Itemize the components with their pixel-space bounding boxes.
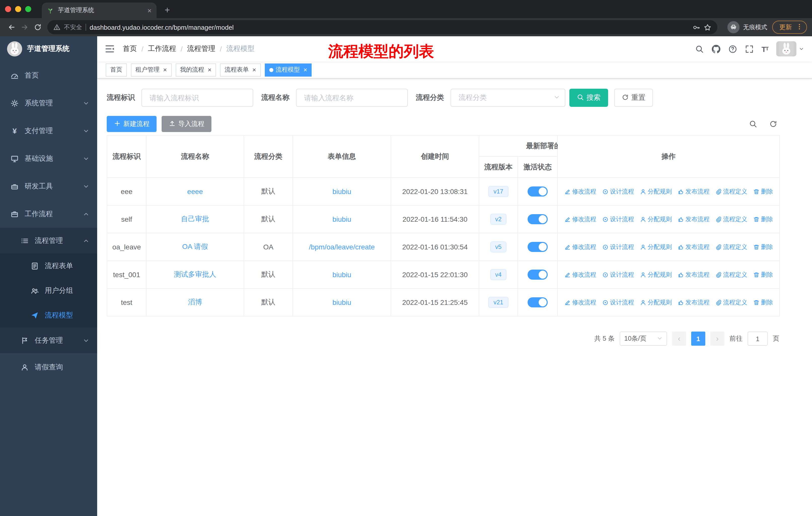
page-number-button[interactable]: 1	[691, 332, 705, 346]
action-assign-rule[interactable]: 分配规则	[640, 270, 672, 279]
bookmark-star-icon[interactable]	[704, 23, 711, 31]
action-process-definition[interactable]: 流程定义	[715, 243, 747, 251]
category-select[interactable]: 流程分类	[451, 89, 565, 107]
page-size-select[interactable]: 10条/页	[620, 332, 667, 346]
toggle-search-icon[interactable]	[749, 120, 757, 128]
form-link[interactable]: biubiu	[332, 298, 351, 306]
form-link[interactable]: biubiu	[332, 187, 351, 195]
search-icon[interactable]	[695, 45, 703, 53]
tag-close-icon[interactable]: ×	[208, 66, 211, 73]
form-link[interactable]: /bpm/oa/leave/create	[309, 243, 375, 251]
sidebar-item-payment-management[interactable]: ¥支付管理	[0, 117, 97, 145]
status-toggle[interactable]	[528, 186, 548, 196]
tag-item[interactable]: 流程模型×	[265, 63, 312, 76]
form-link[interactable]: biubiu	[332, 271, 351, 279]
process-name-link[interactable]: 滔博	[188, 298, 202, 306]
sidebar-item-system-management[interactable]: 系统管理	[0, 89, 97, 117]
sidebar-item-infrastructure[interactable]: 基础设施	[0, 145, 97, 172]
maximize-window-button[interactable]	[25, 6, 31, 12]
action-delete[interactable]: 删除	[753, 270, 773, 279]
process-name-link[interactable]: eeee	[187, 187, 203, 195]
sidebar-item-dev-tools[interactable]: 研发工具	[0, 172, 97, 200]
process-name-input[interactable]	[296, 89, 408, 107]
action-publish-process[interactable]: 发布流程	[677, 298, 709, 307]
breadcrumb-item[interactable]: 流程管理	[187, 44, 215, 53]
browser-menu-icon[interactable]	[796, 23, 803, 31]
refresh-table-icon[interactable]	[769, 120, 777, 128]
next-page-button[interactable]: ›	[710, 332, 724, 346]
action-modify-process[interactable]: 修改流程	[564, 298, 596, 307]
process-key-input[interactable]	[141, 89, 253, 107]
sidebar-item-home[interactable]: 首页	[0, 61, 97, 89]
action-design-process[interactable]: 设计流程	[602, 243, 634, 251]
create-process-button[interactable]: 新建流程	[107, 116, 156, 132]
action-design-process[interactable]: 设计流程	[602, 270, 634, 279]
password-key-icon[interactable]	[693, 23, 700, 31]
reset-button[interactable]: 重置	[614, 89, 653, 107]
action-delete[interactable]: 删除	[753, 215, 773, 223]
action-assign-rule[interactable]: 分配规则	[640, 187, 672, 196]
import-process-button[interactable]: 导入流程	[162, 116, 211, 132]
new-tab-button[interactable]: +	[165, 5, 170, 15]
status-toggle[interactable]	[528, 242, 548, 252]
goto-page-input[interactable]	[748, 332, 768, 346]
status-toggle[interactable]	[528, 214, 548, 224]
sidebar-item-process-form[interactable]: 流程表单	[0, 253, 97, 278]
action-delete[interactable]: 删除	[753, 298, 773, 307]
tag-item[interactable]: 我的流程×	[175, 63, 216, 76]
action-assign-rule[interactable]: 分配规则	[640, 298, 672, 307]
action-design-process[interactable]: 设计流程	[602, 215, 634, 223]
form-link[interactable]: biubiu	[332, 215, 351, 223]
minimize-window-button[interactable]	[15, 6, 21, 12]
tag-close-icon[interactable]: ×	[252, 66, 256, 73]
search-button[interactable]: 搜索	[569, 89, 608, 107]
action-process-definition[interactable]: 流程定义	[715, 187, 747, 196]
hamburger-icon[interactable]	[105, 44, 115, 54]
action-publish-process[interactable]: 发布流程	[677, 187, 709, 196]
action-publish-process[interactable]: 发布流程	[677, 270, 709, 279]
action-assign-rule[interactable]: 分配规则	[640, 243, 672, 251]
fullscreen-icon[interactable]	[745, 45, 753, 53]
process-name-link[interactable]: 自己审批	[181, 215, 209, 223]
action-process-definition[interactable]: 流程定义	[715, 298, 747, 307]
breadcrumb-item[interactable]: 工作流程	[148, 44, 176, 53]
action-modify-process[interactable]: 修改流程	[564, 270, 596, 279]
action-assign-rule[interactable]: 分配规则	[640, 215, 672, 223]
close-window-button[interactable]	[5, 6, 11, 12]
action-publish-process[interactable]: 发布流程	[677, 215, 709, 223]
action-process-definition[interactable]: 流程定义	[715, 215, 747, 223]
tag-item[interactable]: 首页	[106, 63, 127, 76]
reload-button[interactable]	[31, 21, 44, 33]
update-button[interactable]: 更新	[772, 21, 807, 34]
sidebar-item-leave-query[interactable]: 请假查询	[0, 353, 97, 381]
status-toggle[interactable]	[528, 297, 548, 307]
back-button[interactable]	[5, 21, 18, 33]
user-avatar[interactable]	[776, 41, 804, 56]
action-publish-process[interactable]: 发布流程	[677, 243, 709, 251]
action-modify-process[interactable]: 修改流程	[564, 215, 596, 223]
tab-close-icon[interactable]: ×	[147, 7, 151, 14]
tag-item[interactable]: 租户管理×	[131, 63, 171, 76]
help-icon[interactable]	[728, 45, 737, 53]
action-delete[interactable]: 删除	[753, 243, 773, 251]
address-bar[interactable]: 不安全 dashboard.yudao.iocoder.cn/bpm/manag…	[47, 20, 717, 34]
action-modify-process[interactable]: 修改流程	[564, 187, 596, 196]
sidebar-item-workflow[interactable]: 工作流程	[0, 200, 97, 228]
sidebar-item-process-model[interactable]: 流程模型	[0, 303, 97, 328]
forward-button[interactable]	[18, 21, 31, 33]
sidebar-item-process-management[interactable]: 流程管理	[0, 228, 97, 253]
action-design-process[interactable]: 设计流程	[602, 298, 634, 307]
process-name-link[interactable]: OA 请假	[182, 242, 208, 250]
action-delete[interactable]: 删除	[753, 187, 773, 196]
sidebar-item-task-management[interactable]: 任务管理	[0, 328, 97, 353]
github-icon[interactable]	[712, 45, 720, 53]
tag-close-icon[interactable]: ×	[163, 66, 167, 73]
status-toggle[interactable]	[528, 270, 548, 280]
action-design-process[interactable]: 设计流程	[602, 187, 634, 196]
sidebar-item-user-group[interactable]: 用户分组	[0, 278, 97, 303]
tag-close-icon[interactable]: ×	[303, 66, 307, 73]
action-modify-process[interactable]: 修改流程	[564, 243, 596, 251]
breadcrumb-item[interactable]: 首页	[123, 44, 137, 53]
action-process-definition[interactable]: 流程定义	[715, 270, 747, 279]
font-size-icon[interactable]: TT	[761, 45, 768, 53]
